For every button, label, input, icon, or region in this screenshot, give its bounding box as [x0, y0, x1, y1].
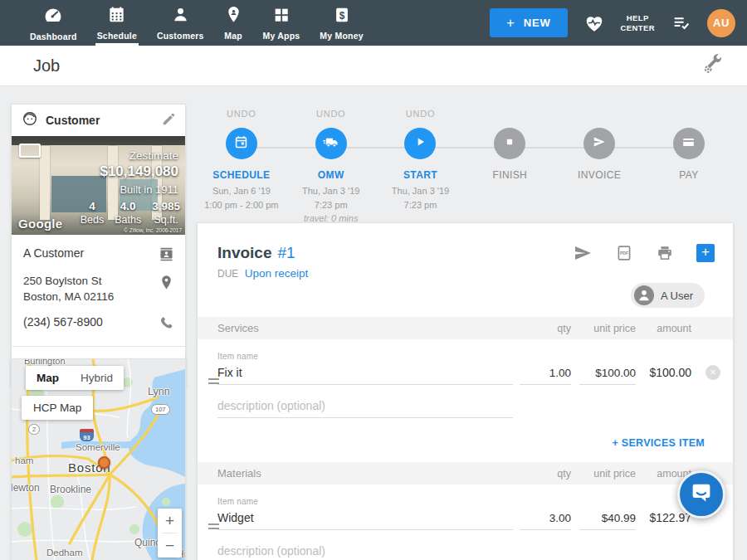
map-type-hybrid-button[interactable]: Hybrid — [70, 366, 124, 390]
map-label-lynn: Lynn — [148, 386, 170, 397]
step-label: INVOICE — [578, 169, 621, 181]
invoice-card: Invoice #1 PDF + DUE Upon receipt A User… — [197, 222, 734, 560]
nav-label: Map — [224, 31, 242, 41]
nav-item-dashboard[interactable]: Dashboard — [20, 0, 87, 46]
services-header-bar: Services qty unit price amount — [198, 317, 733, 339]
credit-card-step-icon — [681, 134, 696, 153]
nav-item-my-money[interactable]: $ My Money — [310, 0, 373, 46]
step-label: FINISH — [492, 169, 527, 181]
invoice-step-button[interactable] — [583, 128, 615, 159]
zestimate-value: $10,149,080 — [100, 163, 178, 180]
checklist-icon[interactable] — [671, 12, 691, 33]
omw-step-button[interactable] — [315, 128, 347, 159]
chat-launcher-button[interactable] — [677, 470, 725, 519]
customer-phone-row: (234) 567-8900 — [12, 305, 185, 346]
map-widget[interactable]: Burlington Lynn Somerville Boston ham Ne… — [11, 358, 186, 560]
map-type-map-button[interactable]: Map — [26, 366, 70, 390]
step-invoice: INVOICE — [554, 109, 644, 226]
service-description-input[interactable] — [217, 396, 513, 418]
nav-label: Customers — [157, 31, 204, 41]
finish-step-button[interactable] — [494, 128, 525, 159]
help-center-button[interactable]: HELP CENTER — [621, 13, 655, 32]
job-settings-button[interactable] — [701, 53, 747, 79]
undo-schedule-link[interactable]: UNDO — [227, 109, 256, 120]
map-label-dedham: Dedham — [46, 548, 82, 558]
add-invoice-button[interactable]: + — [696, 244, 715, 262]
step-details: Thu, Jan 3 '19 7:23 pm travel: 0 mins — [302, 184, 359, 226]
zillow-copyright: © Zillow, Inc. 2006-2017 — [124, 227, 182, 233]
edit-pencil-icon[interactable] — [161, 111, 177, 130]
credit-card-step-icon-button[interactable] — [673, 128, 705, 159]
zoom-out-button[interactable]: − — [158, 533, 182, 558]
zestimate-label: Zestimate — [129, 149, 178, 162]
nav-item-schedule[interactable]: Schedule — [87, 0, 147, 46]
customer-card: Customer Zestimate $10,149,080 Built in … — [11, 104, 186, 387]
service-unit-price-input[interactable] — [579, 363, 636, 385]
contact-card-icon[interactable] — [158, 246, 175, 266]
service-qty-input[interactable] — [520, 363, 571, 385]
material-qty-input[interactable] — [520, 509, 571, 530]
customer-phone: (234) 567-8900 — [23, 314, 103, 331]
customer-name-row: A Customer — [12, 235, 185, 266]
due-terms-link[interactable]: Upon receipt — [245, 267, 309, 280]
step-date: Sun, Jan 6 '19 — [204, 184, 278, 198]
undo-start-link[interactable]: UNDO — [406, 109, 436, 120]
nav-item-my-apps[interactable]: My Apps — [253, 0, 310, 46]
nav-item-map[interactable]: Map — [214, 0, 253, 46]
assignee-chip[interactable]: A User — [631, 283, 705, 308]
start-step-button[interactable] — [404, 128, 436, 159]
invoice-due-row: DUE Upon receipt — [217, 267, 715, 280]
undo-omw-link[interactable]: UNDO — [316, 109, 346, 120]
step-start: UNDO START Thu, Jan 3 '19 7:23 pm — [376, 109, 466, 226]
stat-value: 3,985 — [152, 200, 180, 212]
assignee-name: A User — [661, 290, 693, 302]
invoice-toolbar: PDF + — [573, 243, 715, 263]
phone-icon[interactable] — [159, 314, 175, 334]
material-unit-price-input[interactable] — [579, 509, 636, 530]
new-button[interactable]: + NEW — [490, 8, 567, 37]
hcp-map-button[interactable]: HCP Map — [22, 396, 93, 420]
step-date: Thu, Jan 3 '19 — [392, 184, 449, 198]
customer-face-icon — [22, 110, 38, 130]
map-zoom-control: + − — [158, 509, 182, 558]
service-item-name-input[interactable] — [217, 363, 513, 385]
customer-card-header: Customer — [12, 105, 185, 136]
step-date: Thu, Jan 3 '19 — [302, 184, 359, 198]
material-amount: $122.97 — [636, 511, 691, 530]
remove-item-icon[interactable]: × — [706, 365, 720, 380]
schedule-step-button[interactable] — [226, 128, 257, 159]
nav-item-customers[interactable]: Customers — [147, 0, 214, 46]
assignee-avatar-icon — [634, 285, 654, 305]
zoom-in-button[interactable]: + — [158, 509, 182, 533]
nav-label: My Apps — [263, 31, 300, 41]
avatar[interactable]: AU — [707, 9, 735, 37]
item-name-label: Item name — [198, 352, 733, 361]
route-2-shield: 2 — [28, 424, 40, 435]
material-item-name-input[interactable] — [217, 508, 513, 530]
unit-price-column-header: unit price — [571, 323, 636, 334]
send-step-icon — [591, 134, 608, 153]
nav-label: Dashboard — [30, 32, 77, 41]
location-pin-icon[interactable] — [158, 274, 175, 295]
property-photo[interactable]: Zestimate $10,149,080 Built in 1911 4 Be… — [12, 136, 185, 235]
whats-new-heart-icon[interactable] — [583, 12, 605, 34]
send-invoice-icon[interactable] — [573, 243, 593, 263]
pdf-icon[interactable]: PDF — [615, 244, 633, 262]
add-services-item-link[interactable]: + SERVICES ITEM — [612, 437, 705, 449]
unit-price-column-header: unit price — [571, 468, 636, 480]
materials-header-bar: Materials qty unit price amount — [198, 462, 733, 485]
invoice-header: Invoice #1 PDF + DUE Upon receipt A User — [198, 223, 733, 308]
help-center-line1: HELP — [621, 13, 655, 22]
material-description-input[interactable] — [217, 541, 513, 560]
service-amount: $100.00 — [636, 366, 691, 385]
print-icon[interactable] — [656, 244, 674, 262]
drag-handle-icon[interactable] — [208, 376, 219, 387]
dollar-icon: $ — [333, 6, 351, 27]
map-label-brookline: Brookline — [50, 484, 91, 495]
qty-column-header: qty — [513, 468, 571, 480]
stat-label: Beds — [81, 214, 105, 226]
step-time: 1:00 pm - 2:00 pm — [204, 198, 278, 212]
drag-handle-icon[interactable] — [208, 521, 219, 532]
stat-beds: 4 Beds — [81, 200, 105, 226]
stat-label: Baths — [115, 214, 141, 226]
